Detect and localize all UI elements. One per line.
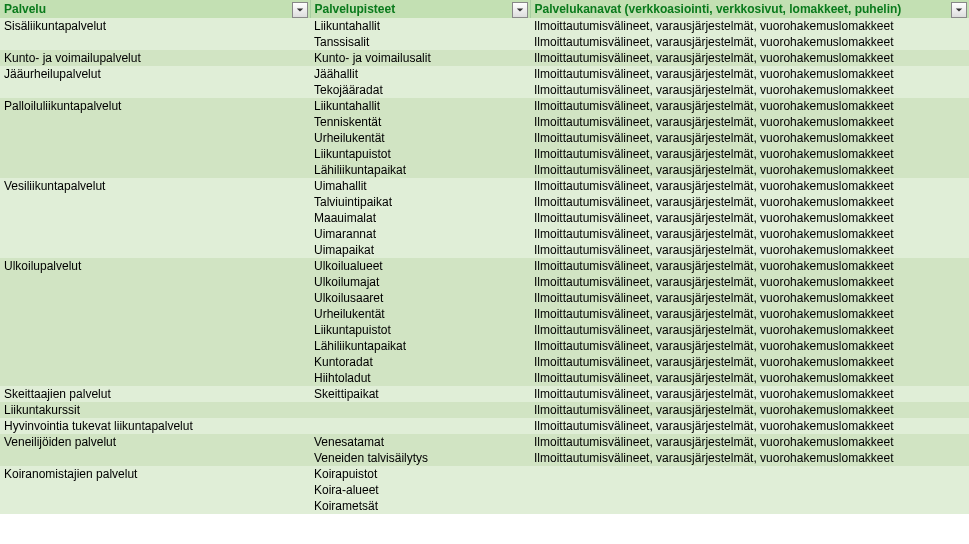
- channel-cell: Ilmoittautumisvälineet, varausjärjestelm…: [530, 386, 969, 402]
- table-row: TekojääradatIlmoittautumisvälineet, vara…: [0, 82, 969, 98]
- service-point-cell: Tenniskentät: [310, 114, 530, 130]
- channel-cell: Ilmoittautumisvälineet, varausjärjestelm…: [530, 226, 969, 242]
- service-cell: [0, 210, 310, 226]
- table-row: MaauimalatIlmoittautumisvälineet, varaus…: [0, 210, 969, 226]
- channel-cell: Ilmoittautumisvälineet, varausjärjestelm…: [530, 402, 969, 418]
- service-point-cell: [310, 402, 530, 418]
- service-point-cell: Urheilukentät: [310, 306, 530, 322]
- table-row: LiikuntakurssitIlmoittautumisvälineet, v…: [0, 402, 969, 418]
- channel-cell: [530, 498, 969, 514]
- service-cell: [0, 162, 310, 178]
- table-row: SisäliikuntapalvelutLiikuntahallitIlmoit…: [0, 18, 969, 34]
- service-point-cell: Lähiliikuntapaikat: [310, 162, 530, 178]
- filter-dropdown-icon[interactable]: [292, 2, 308, 18]
- header-col1-label: Palvelu: [4, 2, 46, 16]
- service-cell: Vesiliikuntapalvelut: [0, 178, 310, 194]
- channel-cell: Ilmoittautumisvälineet, varausjärjestelm…: [530, 194, 969, 210]
- header-col2[interactable]: Palvelupisteet: [310, 0, 530, 18]
- service-point-cell: Hiihtoladut: [310, 370, 530, 386]
- channel-cell: Ilmoittautumisvälineet, varausjärjestelm…: [530, 130, 969, 146]
- channel-cell: [530, 482, 969, 498]
- service-point-cell: Tekojääradat: [310, 82, 530, 98]
- service-cell: Veneilijöiden palvelut: [0, 434, 310, 450]
- table-row: TenniskentätIlmoittautumisvälineet, vara…: [0, 114, 969, 130]
- table-body: SisäliikuntapalvelutLiikuntahallitIlmoit…: [0, 18, 969, 514]
- service-point-cell: Ulkoilumajat: [310, 274, 530, 290]
- table-row: UrheilukentätIlmoittautumisvälineet, var…: [0, 130, 969, 146]
- service-cell: [0, 370, 310, 386]
- service-point-cell: Tanssisalit: [310, 34, 530, 50]
- table-row: Koiranomistajien palvelutKoirapuistot: [0, 466, 969, 482]
- service-point-cell: Koira-alueet: [310, 482, 530, 498]
- service-cell: Skeittaajien palvelut: [0, 386, 310, 402]
- channel-cell: Ilmoittautumisvälineet, varausjärjestelm…: [530, 162, 969, 178]
- table-row: UlkoilumajatIlmoittautumisvälineet, vara…: [0, 274, 969, 290]
- service-cell: Jääurheilupalvelut: [0, 66, 310, 82]
- service-cell: [0, 450, 310, 466]
- table-row: Koira-alueet: [0, 482, 969, 498]
- service-cell: Sisäliikuntapalvelut: [0, 18, 310, 34]
- header-col2-label: Palvelupisteet: [315, 2, 396, 16]
- channel-cell: Ilmoittautumisvälineet, varausjärjestelm…: [530, 114, 969, 130]
- service-point-cell: Liikuntapuistot: [310, 146, 530, 162]
- service-point-cell: Kunto- ja voimailusalit: [310, 50, 530, 66]
- service-point-cell: Uimahallit: [310, 178, 530, 194]
- filter-dropdown-icon[interactable]: [512, 2, 528, 18]
- service-point-cell: [310, 418, 530, 434]
- services-table: Palvelu Palvelupisteet Palvelukanavat (v…: [0, 0, 969, 514]
- channel-cell: Ilmoittautumisvälineet, varausjärjestelm…: [530, 82, 969, 98]
- service-point-cell: Skeittipaikat: [310, 386, 530, 402]
- service-point-cell: Uimarannat: [310, 226, 530, 242]
- service-cell: Ulkoilupalvelut: [0, 258, 310, 274]
- channel-cell: Ilmoittautumisvälineet, varausjärjestelm…: [530, 338, 969, 354]
- channel-cell: Ilmoittautumisvälineet, varausjärjestelm…: [530, 34, 969, 50]
- channel-cell: Ilmoittautumisvälineet, varausjärjestelm…: [530, 274, 969, 290]
- table-row: Veneiden talvisäilytysIlmoittautumisväli…: [0, 450, 969, 466]
- service-cell: [0, 498, 310, 514]
- channel-cell: Ilmoittautumisvälineet, varausjärjestelm…: [530, 354, 969, 370]
- service-cell: Palloiluliikuntapalvelut: [0, 98, 310, 114]
- table-row: LähiliikuntapaikatIlmoittautumisvälineet…: [0, 338, 969, 354]
- header-col3-label: Palvelukanavat (verkkoasiointi, verkkosi…: [535, 2, 902, 16]
- table-row: VesiliikuntapalvelutUimahallitIlmoittaut…: [0, 178, 969, 194]
- service-cell: [0, 322, 310, 338]
- channel-cell: Ilmoittautumisvälineet, varausjärjestelm…: [530, 98, 969, 114]
- service-point-cell: Ulkoilualueet: [310, 258, 530, 274]
- channel-cell: [530, 466, 969, 482]
- channel-cell: Ilmoittautumisvälineet, varausjärjestelm…: [530, 66, 969, 82]
- service-point-cell: Koirapuistot: [310, 466, 530, 482]
- service-point-cell: Lähiliikuntapaikat: [310, 338, 530, 354]
- table-row: LiikuntapuistotIlmoittautumisvälineet, v…: [0, 322, 969, 338]
- service-cell: Koiranomistajien palvelut: [0, 466, 310, 482]
- channel-cell: Ilmoittautumisvälineet, varausjärjestelm…: [530, 434, 969, 450]
- table-row: PalloiluliikuntapalvelutLiikuntahallitIl…: [0, 98, 969, 114]
- service-cell: [0, 242, 310, 258]
- service-cell: [0, 338, 310, 354]
- table-row: TalviuintipaikatIlmoittautumisvälineet, …: [0, 194, 969, 210]
- service-cell: [0, 274, 310, 290]
- service-cell: [0, 482, 310, 498]
- service-cell: [0, 82, 310, 98]
- table-row: LähiliikuntapaikatIlmoittautumisvälineet…: [0, 162, 969, 178]
- service-cell: Hyvinvointia tukevat liikuntapalvelut: [0, 418, 310, 434]
- service-point-cell: Uimapaikat: [310, 242, 530, 258]
- filter-dropdown-icon[interactable]: [951, 2, 967, 18]
- table-row: Veneilijöiden palvelutVenesatamatIlmoitt…: [0, 434, 969, 450]
- channel-cell: Ilmoittautumisvälineet, varausjärjestelm…: [530, 210, 969, 226]
- service-cell: Kunto- ja voimailupalvelut: [0, 50, 310, 66]
- header-col3[interactable]: Palvelukanavat (verkkoasiointi, verkkosi…: [530, 0, 969, 18]
- table-row: UrheilukentätIlmoittautumisvälineet, var…: [0, 306, 969, 322]
- service-cell: [0, 306, 310, 322]
- table-row: UlkoilusaaretIlmoittautumisvälineet, var…: [0, 290, 969, 306]
- table-row: LiikuntapuistotIlmoittautumisvälineet, v…: [0, 146, 969, 162]
- table-row: UimarannatIlmoittautumisvälineet, varaus…: [0, 226, 969, 242]
- header-row: Palvelu Palvelupisteet Palvelukanavat (v…: [0, 0, 969, 18]
- channel-cell: Ilmoittautumisvälineet, varausjärjestelm…: [530, 146, 969, 162]
- header-col1[interactable]: Palvelu: [0, 0, 310, 18]
- service-point-cell: Liikuntapuistot: [310, 322, 530, 338]
- service-point-cell: Jäähallit: [310, 66, 530, 82]
- service-point-cell: Kuntoradat: [310, 354, 530, 370]
- service-cell: [0, 34, 310, 50]
- service-point-cell: Koirametsät: [310, 498, 530, 514]
- service-cell: [0, 290, 310, 306]
